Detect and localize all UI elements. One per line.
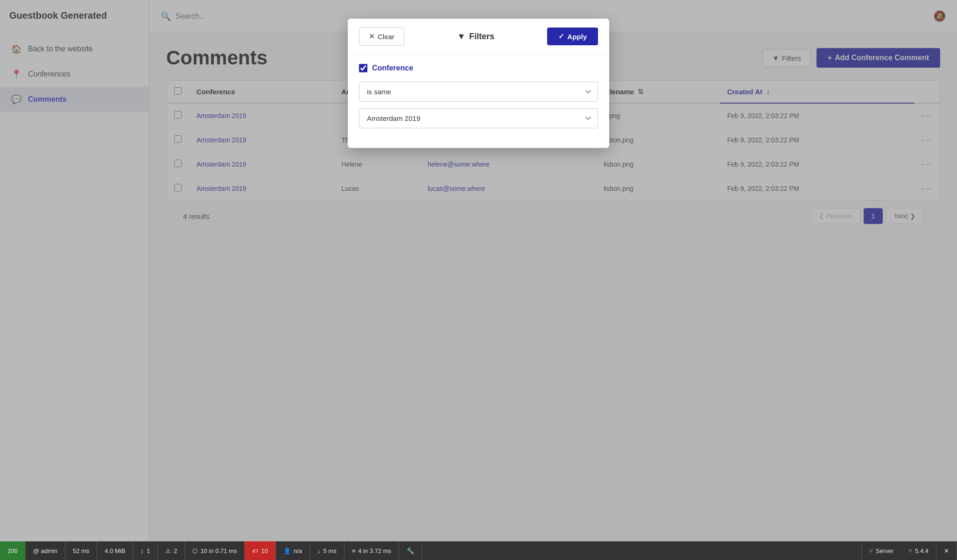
badge-icon: 🏷	[252, 547, 258, 554]
filter-funnel-icon: ▼	[457, 32, 465, 42]
status-admin: @ admin	[26, 541, 65, 560]
time2-label: 5 ms	[323, 547, 336, 554]
db-icon: ≡	[352, 547, 356, 554]
conference-filter-label[interactable]: Conference	[372, 64, 413, 72]
warning-icon: ⚠	[165, 547, 171, 554]
status-transfer: ↕ 1	[133, 541, 158, 560]
http-code: 200	[7, 547, 18, 554]
filter-title: ▼ Filters	[457, 32, 494, 42]
user-label: n/a	[294, 547, 302, 554]
checkmark-icon: ✓	[558, 32, 564, 41]
filters-title-label: Filters	[469, 32, 494, 42]
memory-label: 4.0 MiB	[105, 547, 125, 554]
clear-label: Clear	[378, 33, 394, 41]
status-close[interactable]: ✕	[936, 541, 957, 560]
apply-label: Apply	[567, 33, 587, 41]
status-badge[interactable]: 🏷 10	[245, 541, 275, 560]
badge-count: 10	[261, 547, 267, 554]
filter-value-select[interactable]: Amsterdam 2019 Berlin 2020 Paris 2021	[359, 108, 598, 128]
version-label: 5.4.4	[915, 547, 929, 554]
status-db: ≡ 4 in 3.72 ms	[345, 541, 399, 560]
status-memory: 4.0 MiB	[97, 541, 133, 560]
status-time2: ↓ 5 ms	[310, 541, 345, 560]
filter-modal: ✕ Clear ▼ Filters ✓ Apply Conference is …	[348, 19, 609, 148]
db-label: 4 in 3.72 ms	[358, 547, 391, 554]
conference-checkbox[interactable]	[359, 64, 367, 72]
server-label: Server	[876, 547, 894, 554]
status-user: 👤 n/a	[276, 541, 310, 560]
filter-modal-header: ✕ Clear ▼ Filters ✓ Apply	[348, 19, 609, 55]
filter-apply-button[interactable]: ✓ Apply	[547, 28, 598, 45]
filter-conference-row: Conference	[359, 64, 598, 72]
admin-label: @ admin	[33, 547, 57, 554]
status-queries: ⬡ 10 in 0.71 ms	[185, 541, 245, 560]
status-version: ⑂ 5.4.4	[901, 541, 936, 560]
transfer-count: 1	[147, 547, 150, 554]
close-status-icon[interactable]: ✕	[944, 547, 949, 554]
filter-operator-row: is same is not contains	[359, 82, 598, 102]
warning-count: 2	[174, 547, 177, 554]
sf-version-icon: ⑂	[908, 547, 912, 554]
user-icon: 👤	[283, 547, 291, 554]
x-icon: ✕	[369, 32, 375, 41]
filter-operator-select[interactable]: is same is not contains	[359, 82, 598, 102]
transfer-icon: ↕	[141, 547, 144, 554]
status-time: 52 ms	[65, 541, 97, 560]
status-symfony: ⑂ Server	[861, 541, 901, 560]
modal-overlay[interactable]: ✕ Clear ▼ Filters ✓ Apply Conference is …	[0, 0, 957, 560]
filter-value-row: Amsterdam 2019 Berlin 2020 Paris 2021	[359, 108, 598, 128]
queries-label: 10 in 0.71 ms	[200, 547, 237, 554]
stack-icon: ⬡	[192, 547, 197, 554]
time-label: 52 ms	[73, 547, 89, 554]
symfony-icon: ⑂	[869, 547, 873, 554]
arrow-down-icon: ↓	[317, 547, 321, 554]
status-code: 200	[0, 541, 26, 560]
status-warnings: ⚠ 2	[158, 541, 185, 560]
status-wrench: 🔧	[399, 541, 422, 560]
statusbar: 200 @ admin 52 ms 4.0 MiB ↕ 1 ⚠ 2 ⬡ 10 i…	[0, 541, 957, 560]
wrench-icon: 🔧	[407, 547, 414, 554]
filter-clear-button[interactable]: ✕ Clear	[359, 27, 404, 46]
filter-modal-body: Conference is same is not contains Amste…	[348, 55, 609, 148]
